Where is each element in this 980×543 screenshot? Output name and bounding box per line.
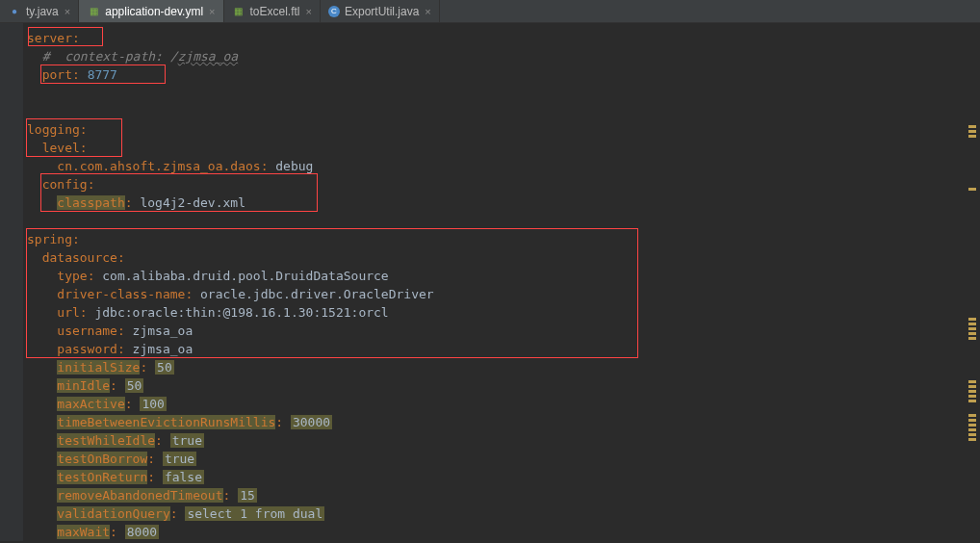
code-line[interactable]: maxWait: 8000	[27, 523, 980, 541]
editor-tabs: ● ty.java × ▦ application-dev.yml × ▦ to…	[0, 0, 980, 23]
close-icon[interactable]: ×	[425, 6, 430, 17]
code-line[interactable]: timeBetweenEvictionRunsMillis: 30000	[27, 413, 980, 431]
warning-mark[interactable]	[968, 424, 976, 427]
code-line[interactable]: initialSize: 50	[27, 358, 980, 376]
warning-mark[interactable]	[968, 428, 976, 431]
close-icon[interactable]: ×	[306, 6, 312, 17]
code-line[interactable]: cn.com.ahsoft.zjmsa_oa.daos: debug	[27, 157, 980, 175]
ftl-icon: ▦	[232, 5, 245, 18]
code-line[interactable]: driver-class-name: oracle.jdbc.driver.Or…	[27, 285, 980, 303]
code-line[interactable]: maxActive: 100	[27, 395, 980, 413]
code-line[interactable]: config:	[27, 175, 980, 194]
warning-mark[interactable]	[968, 385, 976, 388]
tab-ty-java[interactable]: ● ty.java ×	[0, 0, 79, 22]
tab-label: application-dev.yml	[105, 5, 203, 18]
code-line[interactable]: type: com.alibaba.druid.pool.DruidDataSo…	[27, 267, 980, 285]
tab-application-dev-yml[interactable]: ▦ application-dev.yml ×	[79, 0, 223, 22]
close-icon[interactable]: ×	[209, 6, 215, 17]
warning-mark[interactable]	[968, 327, 976, 330]
tab-exportutil-java[interactable]: C ExportUtil.java ×	[321, 0, 440, 22]
code-line[interactable]	[27, 212, 980, 230]
warning-mark[interactable]	[968, 380, 976, 383]
code-line[interactable]: validationQuery: select 1 from dual	[27, 504, 980, 523]
warning-mark[interactable]	[968, 188, 976, 191]
tab-toexcel-ftl[interactable]: ▦ toExcel.ftl ×	[224, 0, 321, 22]
class-icon: C	[328, 6, 340, 17]
gutter	[0, 23, 23, 541]
warning-mark[interactable]	[968, 332, 976, 335]
code-line[interactable]: username: zjmsa_oa	[27, 322, 980, 340]
code-line[interactable]: minIdle: 50	[27, 376, 980, 395]
warning-mark[interactable]	[968, 337, 976, 340]
code-line[interactable]: datasource:	[27, 248, 980, 267]
warning-mark[interactable]	[968, 318, 976, 321]
code-line[interactable]: logging:	[27, 120, 980, 139]
warning-mark[interactable]	[968, 323, 976, 325]
code-line[interactable]: server:	[27, 29, 980, 47]
warning-mark[interactable]	[968, 130, 976, 133]
warning-mark[interactable]	[968, 438, 976, 441]
warning-mark[interactable]	[968, 135, 976, 138]
code-line[interactable]: port: 8777	[27, 65, 980, 84]
close-icon[interactable]: ×	[64, 6, 70, 17]
tab-label: ExportUtil.java	[345, 5, 419, 18]
warning-mark[interactable]	[968, 419, 976, 422]
code-line[interactable]: testOnReturn: false	[27, 468, 980, 486]
tab-label: toExcel.ftl	[250, 5, 300, 18]
warning-mark[interactable]	[968, 390, 976, 393]
code-line[interactable]: # context-path: /zjmsa_oa	[27, 47, 980, 65]
code-line[interactable]: testWhileIdle: true	[27, 431, 980, 450]
java-icon: ●	[8, 5, 21, 18]
code-line[interactable]: testOnBorrow: true	[27, 450, 980, 468]
tab-label: ty.java	[26, 5, 59, 18]
code-line[interactable]: spring:	[27, 230, 980, 248]
code-line[interactable]: password: zjmsa_oa	[27, 340, 980, 358]
code-line[interactable]	[27, 84, 980, 102]
code-line[interactable]: removeAbandonedTimeout: 15	[27, 486, 980, 504]
warning-mark[interactable]	[968, 400, 976, 402]
yaml-icon: ▦	[87, 5, 100, 18]
warning-mark[interactable]	[968, 414, 976, 417]
code-line[interactable]: level:	[27, 139, 980, 157]
code-line[interactable]: classpath: log4j2-dev.xml	[27, 194, 980, 212]
warning-mark[interactable]	[968, 433, 976, 436]
error-stripe[interactable]	[968, 29, 978, 443]
warning-mark[interactable]	[968, 125, 976, 128]
code-line[interactable]	[27, 102, 980, 120]
code-line[interactable]: url: jdbc:oracle:thin:@198.16.1.30:1521:…	[27, 303, 980, 322]
warning-mark[interactable]	[968, 395, 976, 398]
code-editor[interactable]: server: # context-path: /zjmsa_oa port: …	[0, 23, 980, 541]
